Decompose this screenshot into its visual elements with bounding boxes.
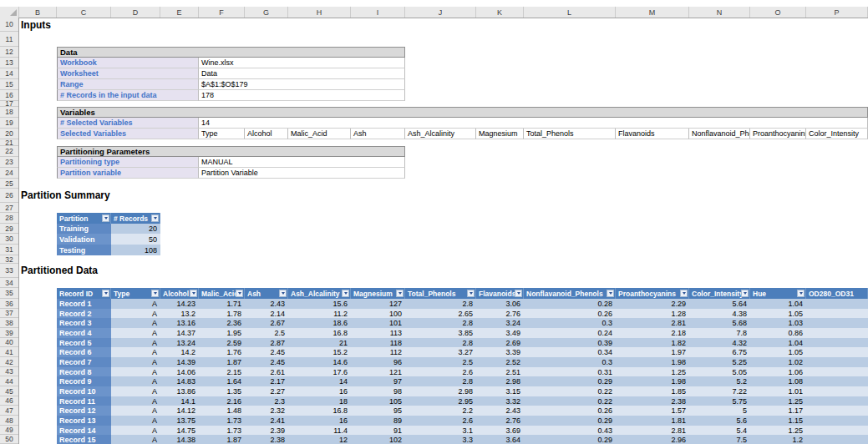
data-cell[interactable]: 3.1 — [405, 426, 476, 435]
data-cell[interactable]: 89 — [351, 416, 405, 426]
data-cell[interactable]: 2.69 — [476, 338, 524, 347]
partitioned-column-header[interactable]: Magnesium — [351, 288, 405, 299]
data-cell[interactable]: 1.2 — [750, 435, 806, 444]
row-header-50[interactable]: 50 — [0, 435, 18, 444]
data-cell[interactable]: 1.28 — [616, 309, 689, 318]
data-cell[interactable]: 1.48 — [199, 406, 245, 416]
record-id-cell[interactable]: Record 7 — [57, 357, 111, 367]
data-cell[interactable]: 1.81 — [616, 416, 689, 426]
partitioned-column-header[interactable]: Nonflavanoid_Phenols — [524, 288, 616, 299]
filter-dropdown-button[interactable] — [190, 290, 197, 297]
data-table-label[interactable]: Workbook — [57, 58, 199, 68]
data-cell[interactable]: 18 — [288, 396, 351, 406]
record-id-cell[interactable]: Record 6 — [57, 347, 111, 357]
data-cell[interactable]: 17.6 — [288, 367, 351, 376]
data-cell[interactable]: 2.59 — [199, 338, 245, 347]
data-cell[interactable]: 13.86 — [160, 386, 199, 396]
data-cell[interactable]: 0.26 — [524, 309, 616, 318]
partitioned-column-header[interactable]: Proanthocyanins — [616, 288, 689, 299]
partitioned-column-header[interactable]: Hue — [750, 288, 806, 299]
selected-variable-cell[interactable]: Ash_Alcalinity — [405, 129, 476, 139]
selected-variable-cell[interactable]: Flavanoids — [616, 129, 689, 139]
filter-dropdown-button[interactable] — [151, 214, 159, 222]
partitioning-table-header[interactable]: Partitioning Parameters — [57, 146, 405, 157]
row-header-43[interactable]: 43 — [0, 367, 18, 376]
data-table-label[interactable]: Worksheet — [57, 68, 199, 79]
row-header-39[interactable]: 39 — [0, 328, 18, 338]
data-cell[interactable]: 14 — [288, 376, 351, 386]
partitioned-column-header[interactable]: Type — [111, 288, 160, 299]
data-cell[interactable]: A — [111, 416, 160, 426]
data-cell[interactable]: 2.76 — [476, 309, 524, 318]
data-cell[interactable]: 0.3 — [524, 318, 616, 328]
data-cell[interactable]: 2.81 — [616, 318, 689, 328]
data-cell[interactable]: 1.04 — [750, 338, 806, 347]
data-cell[interactable]: 2.15 — [199, 367, 245, 376]
data-cell[interactable]: 14.06 — [160, 367, 199, 376]
summary-row-value[interactable]: 20 — [111, 224, 160, 234]
data-cell[interactable]: A — [111, 386, 160, 396]
data-cell[interactable]: 1.76 — [199, 347, 245, 357]
row-header-21[interactable]: 21 — [0, 139, 18, 146]
column-header-F[interactable]: F — [199, 7, 245, 18]
data-cell[interactable] — [806, 386, 868, 396]
row-header-46[interactable]: 46 — [0, 396, 18, 406]
data-cell[interactable]: 0.29 — [524, 435, 616, 444]
data-cell[interactable]: 2.45 — [245, 357, 288, 367]
data-cell[interactable]: 2.87 — [245, 338, 288, 347]
data-cell[interactable]: 5.68 — [689, 318, 750, 328]
column-header-C[interactable]: C — [57, 7, 111, 18]
data-cell[interactable]: 5.64 — [689, 299, 750, 309]
data-table-value[interactable]: $A$1:$O$179 — [199, 79, 405, 90]
data-cell[interactable]: A — [111, 328, 160, 338]
selected-variable-cell[interactable]: Color_Intensity — [806, 129, 868, 139]
row-header-44[interactable]: 44 — [0, 376, 18, 386]
data-cell[interactable]: 1.04 — [750, 299, 806, 309]
data-cell[interactable]: 100 — [351, 309, 405, 318]
data-cell[interactable]: 0.24 — [524, 328, 616, 338]
partitioned-column-header[interactable]: Ash_Alcalinity — [288, 288, 351, 299]
column-header-L[interactable]: L — [524, 7, 616, 18]
data-cell[interactable] — [806, 435, 868, 444]
filter-dropdown-button[interactable] — [607, 290, 614, 297]
data-cell[interactable]: 1.97 — [616, 347, 689, 357]
data-cell[interactable] — [806, 309, 868, 318]
record-id-cell[interactable]: Record 9 — [57, 376, 111, 386]
section-title-partition-summary[interactable]: Partition Summary — [21, 189, 110, 201]
data-cell[interactable]: 2.98 — [405, 386, 476, 396]
filter-dropdown-button[interactable] — [102, 214, 109, 222]
summary-column-header[interactable]: Partition — [57, 213, 111, 224]
data-cell[interactable]: 0.31 — [524, 367, 616, 376]
filter-dropdown-button[interactable] — [680, 290, 688, 297]
record-id-cell[interactable]: Record 13 — [57, 416, 111, 426]
data-cell[interactable]: A — [111, 435, 160, 444]
row-header-18[interactable]: 18 — [0, 107, 18, 118]
row-header-14[interactable]: 14 — [0, 68, 18, 79]
data-cell[interactable]: 13.16 — [160, 318, 199, 328]
summary-row-label[interactable]: Training — [57, 224, 111, 234]
data-cell[interactable]: 1.08 — [750, 376, 806, 386]
summary-row-label[interactable]: Testing — [57, 245, 111, 255]
data-cell[interactable]: 7.22 — [689, 386, 750, 396]
data-cell[interactable]: 112 — [351, 347, 405, 357]
data-cell[interactable]: 0.29 — [524, 376, 616, 386]
filter-dropdown-button[interactable] — [467, 290, 475, 297]
row-header-25[interactable]: 25 — [0, 179, 18, 189]
data-cell[interactable]: 2.8 — [405, 299, 476, 309]
data-cell[interactable]: 1.95 — [199, 328, 245, 338]
filter-dropdown-button[interactable] — [396, 290, 404, 297]
data-cell[interactable]: 14.38 — [160, 435, 199, 444]
data-cell[interactable]: 1.01 — [750, 386, 806, 396]
data-cell[interactable]: 3.15 — [476, 386, 524, 396]
data-cell[interactable]: 14.37 — [160, 328, 199, 338]
data-cell[interactable]: 14.23 — [160, 299, 199, 309]
data-cell[interactable] — [806, 426, 868, 435]
data-cell[interactable]: 2.98 — [476, 376, 524, 386]
row-header-27[interactable]: 27 — [0, 203, 18, 213]
data-cell[interactable]: 14.75 — [160, 426, 199, 435]
data-cell[interactable]: 2.3 — [245, 396, 288, 406]
data-cell[interactable]: 0.86 — [750, 328, 806, 338]
variables-count-label[interactable]: # Selected Variables — [57, 118, 199, 129]
data-cell[interactable]: 5.2 — [689, 376, 750, 386]
row-header-15[interactable]: 15 — [0, 79, 18, 90]
